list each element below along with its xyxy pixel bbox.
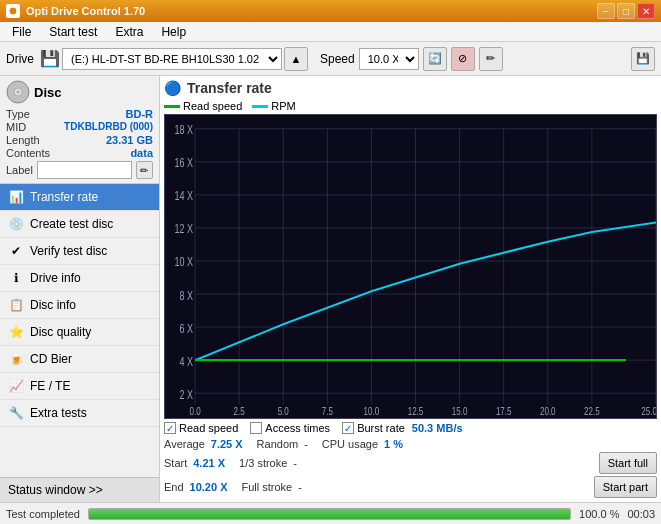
- nav-cd-bier[interactable]: 🍺 CD Bier: [0, 346, 159, 373]
- disc-panel: Disc Type BD-R MID TDKBLDRBD (000) Lengt…: [0, 76, 159, 184]
- svg-text:2.5: 2.5: [234, 405, 245, 418]
- svg-text:8 X: 8 X: [180, 288, 194, 302]
- type-label: Type: [6, 108, 30, 120]
- svg-rect-4: [165, 115, 656, 418]
- maximize-button[interactable]: □: [617, 3, 635, 19]
- rpm-legend-label: RPM: [271, 100, 295, 112]
- chart-legend: Read speed RPM: [164, 100, 657, 112]
- svg-text:14 X: 14 X: [175, 189, 194, 203]
- end-value: 10.20 X: [190, 481, 228, 493]
- menu-file[interactable]: File: [4, 23, 39, 41]
- svg-text:2 X: 2 X: [180, 387, 194, 401]
- cpu-usage-label: CPU usage: [322, 438, 378, 450]
- nav-fe-te[interactable]: 📈 FE / TE: [0, 373, 159, 400]
- burst-rate-checkbox-label: Burst rate: [357, 422, 405, 434]
- burst-rate-checkbox-item[interactable]: ✓ Burst rate 50.3 MB/s: [342, 422, 462, 434]
- svg-text:12.5: 12.5: [408, 405, 424, 418]
- close-button[interactable]: ✕: [637, 3, 655, 19]
- svg-text:10 X: 10 X: [175, 255, 194, 269]
- status-bar: Test completed 100.0 % 00:03: [0, 502, 661, 524]
- eject-button[interactable]: ▲: [284, 47, 308, 71]
- svg-text:7.5: 7.5: [322, 405, 333, 418]
- label-label: Label: [6, 164, 33, 176]
- svg-text:20.0: 20.0: [540, 405, 556, 418]
- nav-transfer-rate[interactable]: 📊 Transfer rate: [0, 184, 159, 211]
- read-speed-checkbox[interactable]: ✓: [164, 422, 176, 434]
- access-times-checkbox-label: Access times: [265, 422, 330, 434]
- transfer-rate-icon: 📊: [8, 189, 24, 205]
- label-input[interactable]: [37, 161, 132, 179]
- svg-point-3: [17, 91, 20, 94]
- disc-info-icon: 📋: [8, 297, 24, 313]
- erase-button[interactable]: ⊘: [451, 47, 475, 71]
- svg-text:22.5: 22.5: [584, 405, 600, 418]
- start-part-button[interactable]: Start part: [594, 476, 657, 498]
- nav-disc-info-label: Disc info: [30, 298, 76, 312]
- chart-area: 🔵 Transfer rate Read speed RPM: [160, 76, 661, 502]
- svg-text:0.0: 0.0: [189, 405, 200, 418]
- svg-text:16 X: 16 X: [175, 156, 194, 170]
- burst-rate-checkbox[interactable]: ✓: [342, 422, 354, 434]
- nav-create-test-disc[interactable]: 💿 Create test disc: [0, 211, 159, 238]
- full-stroke-value: -: [298, 481, 302, 493]
- app-icon: [6, 4, 20, 18]
- checkboxes-row: ✓ Read speed Access times ✓ Burst rate 5…: [164, 422, 657, 434]
- cd-bier-icon: 🍺: [8, 351, 24, 367]
- chart-title-bar: 🔵 Transfer rate: [164, 80, 657, 96]
- graph-container: 18 X 16 X 14 X 12 X 10 X 8 X 6 X 4 X 2 X…: [164, 114, 657, 419]
- nav-items: 📊 Transfer rate 💿 Create test disc ✔ Ver…: [0, 184, 159, 477]
- menu-start-test[interactable]: Start test: [41, 23, 105, 41]
- end-label: End: [164, 481, 184, 493]
- length-label: Length: [6, 134, 40, 146]
- label-edit-button[interactable]: ✏: [136, 161, 153, 179]
- minimize-button[interactable]: −: [597, 3, 615, 19]
- menu-extra[interactable]: Extra: [107, 23, 151, 41]
- stroke-1-3-label: 1/3 stroke: [239, 457, 287, 469]
- save-button[interactable]: 💾: [631, 47, 655, 71]
- nav-drive-info-label: Drive info: [30, 271, 81, 285]
- refresh-button[interactable]: 🔄: [423, 47, 447, 71]
- write-button[interactable]: ✏: [479, 47, 503, 71]
- progress-bar-container: [88, 508, 571, 520]
- nav-disc-quality[interactable]: ⭐ Disc quality: [0, 319, 159, 346]
- svg-text:25.0 GB: 25.0 GB: [641, 405, 656, 418]
- svg-text:4 X: 4 X: [180, 354, 194, 368]
- chart-icon: 🔵: [164, 80, 181, 96]
- graph-svg: 18 X 16 X 14 X 12 X 10 X 8 X 6 X 4 X 2 X…: [165, 115, 656, 418]
- toolbar: Drive 💾 (E:) HL-DT-ST BD-RE BH10LS30 1.0…: [0, 42, 661, 76]
- app-title: Opti Drive Control 1.70: [26, 5, 145, 17]
- sidebar: Disc Type BD-R MID TDKBLDRBD (000) Lengt…: [0, 76, 160, 502]
- progress-text: 100.0 %: [579, 508, 619, 520]
- random-value: -: [304, 438, 308, 450]
- menu-help[interactable]: Help: [153, 23, 194, 41]
- drive-info-icon: ℹ: [8, 270, 24, 286]
- menu-bar: File Start test Extra Help: [0, 22, 661, 42]
- mid-value: TDKBLDRBD (000): [64, 121, 153, 133]
- status-text: Test completed: [6, 508, 80, 520]
- access-times-checkbox[interactable]: [250, 422, 262, 434]
- nav-disc-info[interactable]: 📋 Disc info: [0, 292, 159, 319]
- svg-text:12 X: 12 X: [175, 222, 194, 236]
- start-full-button[interactable]: Start full: [599, 452, 657, 474]
- nav-extra-tests[interactable]: 🔧 Extra tests: [0, 400, 159, 427]
- drive-select[interactable]: (E:) HL-DT-ST BD-RE BH10LS30 1.02: [62, 48, 282, 70]
- average-label: Average: [164, 438, 205, 450]
- drive-icon: 💾: [40, 49, 60, 68]
- rpm-legend-color: [252, 105, 268, 108]
- nav-verify-test-disc[interactable]: ✔ Verify test disc: [0, 238, 159, 265]
- read-speed-checkbox-item[interactable]: ✓ Read speed: [164, 422, 238, 434]
- drive-label: Drive: [6, 52, 34, 66]
- svg-text:6 X: 6 X: [180, 321, 194, 335]
- mid-label: MID: [6, 121, 26, 133]
- svg-text:10.0: 10.0: [364, 405, 380, 418]
- stroke-1-3-value: -: [293, 457, 297, 469]
- nav-transfer-rate-label: Transfer rate: [30, 190, 98, 204]
- access-times-checkbox-item[interactable]: Access times: [250, 422, 330, 434]
- nav-drive-info[interactable]: ℹ Drive info: [0, 265, 159, 292]
- svg-point-0: [9, 7, 17, 15]
- status-window-button[interactable]: Status window >>: [0, 477, 159, 502]
- nav-extra-tests-label: Extra tests: [30, 406, 87, 420]
- contents-value: data: [130, 147, 153, 159]
- speed-select[interactable]: 10.0 X ↓: [359, 48, 419, 70]
- read-speed-checkbox-label: Read speed: [179, 422, 238, 434]
